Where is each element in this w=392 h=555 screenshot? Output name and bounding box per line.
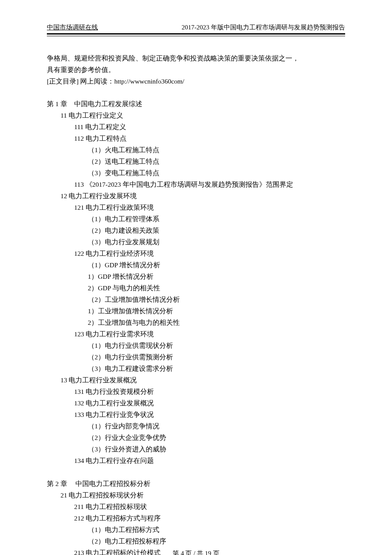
- toc-entry: 第 1 章 中国电力工程发展综述: [47, 98, 345, 110]
- toc-entry: 122 电力工程行业经济环境: [47, 248, 345, 259]
- document-page: 中国市场调研在线 2017-2023 年版中国电力工程市场调研与发展趋势预测报告…: [0, 0, 392, 555]
- toc-entry: （1）电力行业供需现状分析: [47, 340, 345, 351]
- toc-entry: 211 电力工程招投标现状: [47, 501, 345, 512]
- toc-entry: （3）行业外资进入的威胁: [47, 443, 345, 455]
- toc-entry: （3）变电工程施工特点: [47, 167, 345, 179]
- toc-entry: 2）GDP 与电力的相关性: [47, 282, 345, 294]
- toc-entry: 2）工业增加值与电力的相关性: [47, 317, 345, 328]
- intro-line: 争格局、规避经营和投资风险、制定正确竞争和投资战略决策的重要决策依据之一，: [47, 52, 345, 64]
- toc-entry: 123 电力工程行业需求环境: [47, 328, 345, 340]
- toc-entry: （2）电力建设相关政策: [47, 225, 345, 236]
- toc-entry: 13 电力工程行业发展概况: [47, 374, 345, 386]
- toc-entry: 132 电力工程行业发展概况: [47, 397, 345, 409]
- page-footer: 第 4 页 / 共 19 页: [0, 549, 392, 555]
- toc-entry: 113 《2017-2023 年中国电力工程市场调研与发展趋势预测报告》范围界定: [47, 179, 345, 190]
- toc-entry: 134 电力工程行业存在问题: [47, 455, 345, 466]
- toc-entry: 1）GDP 增长情况分析: [47, 271, 345, 282]
- header-report-title: 2017-2023 年版中国电力工程市场调研与发展趋势预测报告: [182, 23, 345, 32]
- toc-entry: 112 电力工程特点: [47, 133, 345, 144]
- toc-entry: 11 电力工程行业定义: [47, 110, 345, 121]
- page-header: 中国市场调研在线 2017-2023 年版中国电力工程市场调研与发展趋势预测报告: [47, 23, 345, 33]
- toc-entry: 21 电力工程招投标现状分析: [47, 489, 345, 501]
- toc-entry: 第 2 章 中国电力工程招投标分析: [47, 478, 345, 489]
- toc-entry: （1）行业内部竞争情况: [47, 420, 345, 432]
- toc-gap: [47, 466, 345, 478]
- toc-entry: （1）火电工程施工特点: [47, 144, 345, 156]
- page-number: 第 4 页 / 共 19 页: [173, 550, 219, 555]
- toc-entry: （3）电力行业发展规划: [47, 236, 345, 248]
- intro-paragraph: 争格局、规避经营和投资风险、制定正确竞争和投资战略决策的重要决策依据之一， 具有…: [47, 52, 345, 87]
- toc-entry: 12 电力工程行业发展环境: [47, 190, 345, 202]
- toc-entry: 1）工业增加值增长情况分析: [47, 305, 345, 317]
- table-of-contents: 第 1 章 中国电力工程发展综述11 电力工程行业定义111 电力工程定义112…: [47, 98, 345, 555]
- toc-entry: （2）送电工程施工特点: [47, 156, 345, 167]
- intro-line: [正文目录] 网上阅读：http://wwwcninfo360com/: [47, 75, 345, 87]
- toc-entry: 131 电力行业投资规模分析: [47, 386, 345, 397]
- toc-entry: 133 电力工程行业竞争状况: [47, 409, 345, 420]
- toc-entry: 111 电力工程定义: [47, 121, 345, 133]
- toc-entry: （2）工业增加值增长情况分析: [47, 294, 345, 305]
- toc-entry: （2）行业大企业竞争优势: [47, 432, 345, 443]
- header-site-name: 中国市场调研在线: [47, 23, 98, 32]
- toc-entry: 121 电力工程行业政策环境: [47, 202, 345, 213]
- toc-entry: （1）电力工程招标方式: [47, 524, 345, 535]
- toc-entry: （1）电力工程管理体系: [47, 213, 345, 225]
- toc-entry: （2）电力工程招投标程序: [47, 535, 345, 547]
- toc-entry: 212 电力工程招标方式与程序: [47, 512, 345, 524]
- intro-line: 具有重要的参考价值。: [47, 64, 345, 75]
- toc-entry: （1）GDP 增长情况分析: [47, 259, 345, 271]
- toc-entry: （3）电力工程建设需求分析: [47, 363, 345, 374]
- toc-entry: （2）电力行业供需预测分析: [47, 351, 345, 363]
- header-divider: [47, 33, 345, 36]
